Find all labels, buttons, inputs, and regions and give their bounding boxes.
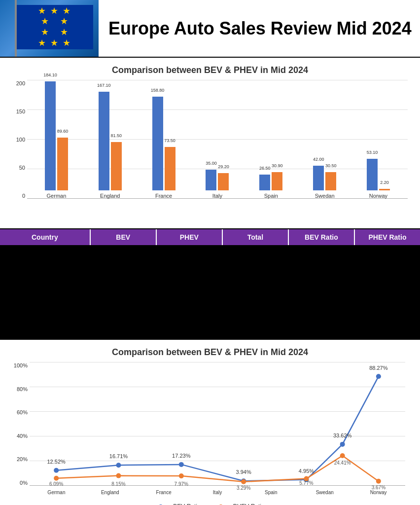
bar-bev-italy: 35.00 (206, 170, 216, 190)
line-y-100: 100% (14, 362, 28, 368)
y-label-100: 100 (16, 137, 25, 143)
line-y-80: 80% (17, 386, 28, 392)
eu-flag: ★ ★ ★★ ★★ ★★ ★ ★ (17, 5, 93, 49)
table-header: Country BEV PHEV Total BEV Ratio PHEV Ra… (0, 229, 420, 245)
bars-area: 184.10 89.60 German 167.10 81.50 (27, 80, 408, 199)
bar-pair-spain: 26.50 30.90 (259, 172, 282, 190)
bar-x-label-england: England (100, 193, 120, 199)
phev-dot-german (54, 476, 59, 481)
phev-label-spain: 5.77% (299, 480, 314, 486)
bev-dot-france (179, 462, 184, 467)
bar-x-label-spain: Spain (264, 193, 278, 199)
x-label-france: France (137, 490, 191, 495)
bar-bev-norway-label: 53.10 (367, 150, 378, 155)
x-label-german: German (30, 490, 83, 495)
bev-label-swedan: 33.62% (333, 433, 352, 438)
bev-dot-german (54, 468, 59, 473)
bar-phev-norway: 2.20 (379, 189, 390, 190)
line-y-60: 60% (17, 409, 28, 415)
bar-bev-swedan: 42.00 (313, 166, 324, 190)
phev-line (56, 456, 379, 482)
bar-phev-norway-label: 2.20 (380, 180, 389, 185)
bar-pair-italy: 35.00 29.20 (206, 170, 229, 190)
bar-pair-norway: 53.10 2.20 (367, 159, 390, 190)
bar-x-label-norway: Norway (369, 193, 387, 199)
bev-label-italy: 3.94% (236, 469, 251, 475)
bar-phev-german: 89.60 (57, 138, 68, 190)
header: ★ ★ ★★ ★★ ★★ ★ ★ Europe Auto Sales Revie… (0, 0, 420, 57)
bev-dot-england (116, 463, 121, 468)
bar-bev-italy-label: 35.00 (206, 161, 217, 166)
bar-x-label-swedan: Swedan (315, 193, 335, 199)
col-phev: PHEV (157, 229, 223, 245)
bar-phev-france: 73.50 (165, 147, 175, 190)
bar-bev-france-label: 158.80 (151, 88, 165, 93)
phev-label-german: 6.09% (49, 481, 64, 487)
bar-bev-france: 158.80 (152, 97, 163, 190)
col-total: Total (223, 229, 289, 245)
bar-pair-swedan: 42.00 30.50 (313, 166, 336, 190)
line-chart-title: Comparison between BEV & PHEV in Mid 202… (10, 347, 410, 358)
bar-group-swedan: 42.00 30.50 Swedan (313, 166, 336, 199)
bar-phev-italy: 29.20 (218, 173, 229, 190)
bar-x-label-italy: Italy (212, 193, 222, 199)
x-label-swedan: Swedan (298, 490, 351, 495)
phev-dot-england (116, 473, 121, 478)
bev-label-german: 12.52% (47, 459, 66, 465)
line-y-axis: 0% 20% 40% 60% 80% 100% (10, 362, 30, 486)
eu-stars: ★ ★ ★★ ★★ ★★ ★ ★ (38, 6, 71, 48)
line-x-labels: German England France Italy Spain Swedan… (30, 490, 405, 495)
bar-phev-england-label: 81.50 (111, 133, 122, 138)
y-label-150: 150 (16, 108, 25, 114)
bar-bev-england: 167.10 (99, 92, 109, 190)
phev-label-england: 8.15% (111, 481, 126, 487)
bar-group-spain: 26.50 30.90 Spain (259, 172, 282, 199)
bar-bev-spain-label: 26.50 (259, 166, 271, 171)
bev-label-norway: 88.27% (369, 365, 388, 371)
bar-chart-title: Comparison between BEV & PHEV in Mid 202… (10, 65, 410, 75)
y-label-200: 200 (16, 80, 25, 86)
bev-label-england: 16.71% (109, 453, 128, 459)
bar-bev-swedan-label: 42.00 (313, 157, 324, 162)
line-y-0: 0% (20, 480, 28, 486)
bar-group-norway: 53.10 2.20 Norway (367, 159, 390, 199)
phev-dot-france (179, 473, 184, 478)
table-data-section (0, 245, 420, 339)
bar-group-england: 167.10 81.50 England (99, 92, 122, 199)
bar-pair-france: 158.80 73.50 (152, 97, 175, 190)
bar-phev-german-label: 89.60 (57, 129, 69, 134)
bar-bev-spain: 26.50 (259, 175, 270, 190)
line-y-40: 40% (17, 433, 28, 439)
legend-phev: PHEV Ratio (215, 503, 265, 505)
x-label-england: England (83, 490, 137, 495)
bar-phev-england: 81.50 (111, 142, 122, 190)
bar-bev-norway: 53.10 (367, 159, 378, 190)
line-chart-section: Comparison between BEV & PHEV in Mid 202… (0, 340, 420, 505)
y-label-50: 50 (19, 165, 25, 171)
bev-dot-swedan (340, 442, 345, 447)
legend: BEV Ratio PHEV Ratio (10, 503, 410, 505)
bar-pair-german: 184.10 89.60 (45, 81, 68, 190)
bar-group-german: 184.10 89.60 German (45, 81, 68, 199)
bev-line (56, 376, 379, 481)
x-label-italy: Italy (191, 490, 245, 495)
y-label-0: 0 (22, 193, 25, 199)
line-chart-container: 0% 20% 40% 60% 80% 100% (10, 362, 410, 505)
y-axis: 0 50 100 150 200 (10, 80, 27, 199)
bar-chart-container: 0 50 100 150 200 184.10 89.60 (10, 80, 410, 223)
bar-phev-swedan-label: 30.50 (325, 163, 337, 168)
bar-group-france: 158.80 73.50 France (152, 97, 175, 199)
col-bev-ratio: BEV Ratio (289, 229, 355, 245)
flag-image: ★ ★ ★★ ★★ ★★ ★ ★ (0, 0, 99, 57)
line-y-20: 20% (17, 456, 28, 462)
bar-phev-spain-label: 30.90 (272, 163, 283, 168)
bev-label-spain: 4.95% (299, 468, 314, 474)
legend-bev-label: BEV Ratio (173, 503, 200, 505)
col-country: Country (0, 229, 91, 245)
line-chart-svg: 12.52% 16.71% 17.23% 3.94% 4.95% 33.62% … (30, 362, 405, 486)
bar-group-italy: 35.00 29.20 Italy (206, 170, 229, 199)
legend-phev-label: PHEV Ratio (233, 503, 265, 505)
bar-phev-swedan: 30.50 (325, 172, 336, 190)
bev-label-france: 17.23% (172, 453, 191, 459)
x-label-norway: Norway (351, 490, 405, 495)
